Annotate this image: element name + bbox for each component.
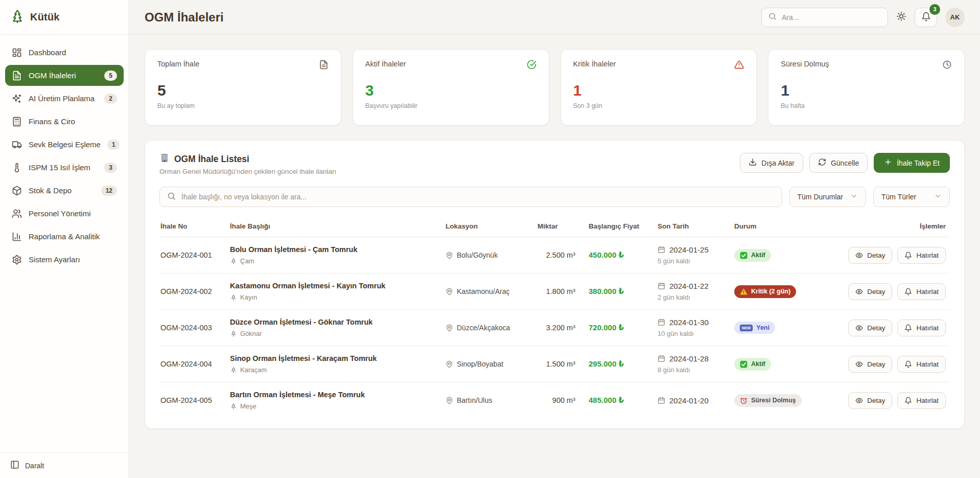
avatar[interactable]: AK — [945, 8, 965, 27]
tender-title: Düzce Orman İşletmesi - Göknar Tomruk — [230, 318, 437, 326]
tender-price: 485.000 ₺ — [585, 388, 654, 413]
type-filter-select[interactable]: Tüm Türler — [873, 187, 950, 207]
tender-price: 380.000 ₺ — [585, 279, 654, 304]
global-search — [761, 8, 888, 27]
column-header: Durum — [730, 217, 832, 237]
sidebar-item-ogm-ihaleleri[interactable]: OGM İhaleleri5 — [5, 65, 124, 86]
remind-button[interactable]: Hatırlat — [897, 320, 946, 336]
pine-tree-small-icon — [230, 258, 237, 265]
remind-button[interactable]: Hatırlat — [897, 247, 946, 264]
thermometer-icon — [12, 163, 22, 173]
notification-count-badge: 3 — [929, 4, 940, 15]
deadline-date: 2024-01-22 — [669, 282, 709, 290]
file-text-icon — [12, 71, 22, 81]
days-left: 10 gün kaldı — [658, 330, 726, 337]
tender-deadline: 2024-01-22 2 gün kaldı — [654, 274, 730, 309]
column-header: Lokasyon — [441, 217, 533, 237]
check-circle-icon — [527, 60, 536, 72]
sidebar-item-label: Sistem Ayarları — [29, 255, 80, 264]
remind-label: Hatırlat — [916, 397, 939, 404]
tender-title: Bolu Orman İşletmesi - Çam Tomruk — [230, 245, 437, 254]
clock-icon — [942, 60, 952, 72]
list-header: OGM İhale Listesi Orman Genel Müdürlüğü'… — [159, 153, 950, 175]
sidebar-item-ai-uretim[interactable]: AI Üretim Planlama2 — [5, 88, 124, 109]
remind-button[interactable]: Hatırlat — [897, 392, 946, 409]
theme-toggle-button[interactable] — [896, 11, 906, 23]
sidebar-item-label: ISPM 15 Isıl İşlem — [29, 163, 90, 172]
download-icon — [749, 158, 757, 168]
detail-button[interactable]: Detay — [848, 356, 892, 373]
track-tender-label: İhale Takip Et — [897, 159, 940, 167]
sidebar-item-personel[interactable]: Personel Yönetimi — [5, 203, 124, 224]
tender-location: Sinop/Boyabat — [441, 352, 533, 376]
refresh-button[interactable]: Güncelle — [809, 153, 868, 173]
status-filter-label: Tüm Durumlar — [798, 193, 843, 201]
sidebar-item-dashboard[interactable]: Dashboard — [5, 42, 124, 63]
filter-row: Tüm Durumlar Tüm Türler — [159, 187, 950, 207]
deadline-date: 2024-01-28 — [669, 354, 709, 363]
stat-card-2: Kritik İhaleler 1 Son 3 gün — [561, 49, 757, 126]
sidebar-item-label: AI Üretim Planlama — [29, 94, 95, 103]
detail-button[interactable]: Detay — [848, 320, 892, 336]
tender-title: Sinop Orman İşletmesi - Karaçam Tomruk — [230, 354, 437, 362]
tender-species: Kayın — [230, 293, 437, 301]
pine-tree-logo-icon — [10, 9, 25, 26]
tender-deadline: 2024-01-25 5 gün kaldı — [654, 237, 730, 273]
tender-actions: Detay Hatırlat — [832, 384, 950, 417]
sidebar-item-label: Raporlama & Analitik — [29, 232, 100, 241]
days-left: 2 gün kaldı — [658, 293, 726, 301]
pine-tree-small-icon — [230, 403, 237, 410]
tender-list-card: OGM İhale Listesi Orman Genel Müdürlüğü'… — [145, 140, 965, 429]
remind-button[interactable]: Hatırlat — [897, 283, 946, 300]
plus-icon — [884, 158, 892, 168]
tender-quantity: 1.800 m³ — [533, 279, 585, 304]
pine-tree-small-icon — [230, 294, 237, 301]
eye-icon — [855, 397, 863, 404]
table-search-input[interactable] — [181, 193, 775, 201]
calendar-icon — [658, 282, 665, 290]
export-button[interactable]: Dışa Aktar — [740, 153, 803, 173]
tender-status-cell: NEW Yeni — [730, 313, 832, 342]
tender-no: OGM-2024-005 — [159, 388, 226, 413]
sidebar-item-sevk-belgesi[interactable]: Sevk Belgesi Eşleme1 — [5, 134, 124, 155]
bell-icon — [921, 12, 931, 23]
pine-tree-small-icon — [230, 330, 237, 337]
track-tender-button[interactable]: İhale Takip Et — [874, 153, 950, 173]
location-label: Bolu/Göynük — [457, 251, 498, 259]
sidebar-item-badge: 2 — [104, 94, 117, 104]
sidebar-item-sistem-ayarlari[interactable]: Sistem Ayarları — [5, 249, 124, 270]
stat-sublabel: Başvuru yapılabilir — [365, 102, 536, 109]
sidebar-collapse-button[interactable]: Daralt — [0, 452, 129, 478]
calendar-icon — [658, 246, 665, 254]
detail-button[interactable]: Detay — [848, 392, 892, 409]
sidebar-item-ispm-isil-islem[interactable]: ISPM 15 Isıl İşlem3 — [5, 157, 124, 178]
status-filter-select[interactable]: Tüm Durumlar — [789, 187, 866, 207]
column-header: İhale Başlığı — [226, 217, 441, 237]
map-pin-icon — [446, 397, 453, 404]
search-icon — [768, 12, 777, 22]
sidebar-item-stok-depo[interactable]: Stok & Depo12 — [5, 180, 124, 201]
tender-actions: Detay Hatırlat — [832, 275, 950, 308]
remind-button[interactable]: Hatırlat — [897, 356, 946, 373]
tender-species: Meşe — [230, 402, 437, 410]
sidebar: Kütük DashboardOGM İhaleleri5AI Üretim P… — [0, 0, 129, 478]
days-left: 5 gün kaldı — [658, 257, 726, 265]
detail-button[interactable]: Detay — [848, 283, 892, 300]
gear-icon — [12, 255, 22, 265]
stat-card-1: Aktif İhaleler 3 Başvuru yapılabilir — [353, 49, 549, 126]
tender-status-cell: Aktif — [730, 350, 832, 379]
alert-triangle-icon — [734, 60, 744, 72]
status-badge: Aktif — [734, 249, 771, 262]
detail-label: Detay — [867, 324, 885, 332]
sidebar-item-label: Finans & Ciro — [29, 117, 75, 126]
calendar-icon — [658, 355, 665, 362]
tender-species: Çam — [230, 257, 437, 265]
global-search-input[interactable] — [782, 13, 881, 21]
notifications-button[interactable]: 3 — [915, 8, 937, 27]
sidebar-item-raporlama[interactable]: Raporlama & Analitik — [5, 226, 124, 247]
sidebar-item-finans-ciro[interactable]: Finans & Ciro — [5, 111, 124, 132]
building-emoji-icon — [159, 153, 170, 165]
stat-label: Kritik İhaleler — [573, 60, 616, 68]
stats-row: Toplam İhale 5 Bu ay toplam Aktif İhalel… — [145, 49, 965, 126]
detail-button[interactable]: Detay — [848, 247, 892, 264]
